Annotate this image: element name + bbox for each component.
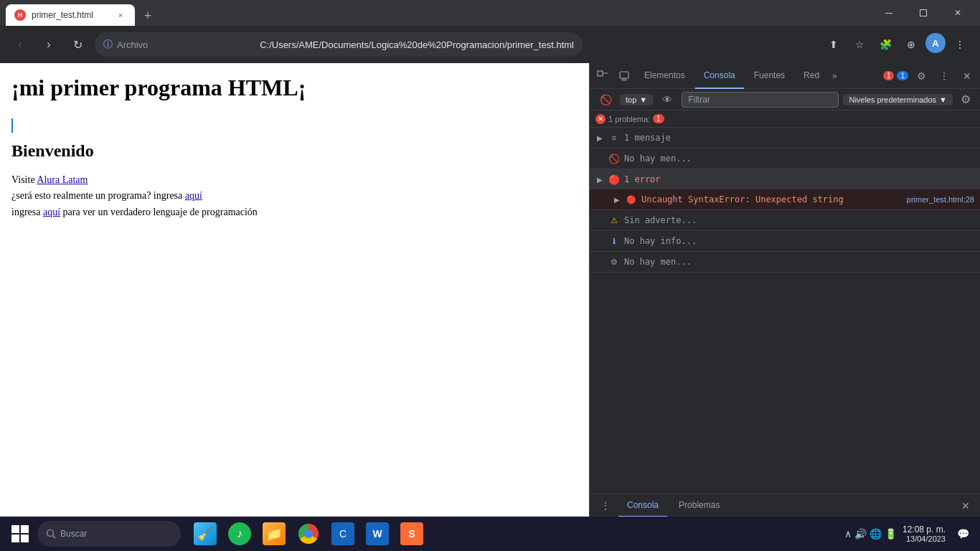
taskbar-apps: 🧹 ♪ 📁 C W S	[189, 518, 428, 550]
toggle-errors-icon: ▶	[595, 175, 604, 184]
tab-fuentes[interactable]: Fuentes	[745, 63, 793, 89]
error-location[interactable]: primer_test.html:28	[907, 195, 974, 204]
title-bar: H primer_test.html × + ✕	[0, 0, 980, 26]
link-aqui-2[interactable]: aquí	[43, 207, 60, 217]
verbose2-section: ⚙ No hay men...	[590, 252, 980, 273]
forward-button[interactable]: ›	[37, 33, 60, 56]
volume-icon[interactable]: 🔊	[854, 528, 867, 540]
console-row-verbose[interactable]: 🚫 No hay men...	[590, 149, 980, 169]
verbose-icon: 🚫	[608, 153, 620, 164]
maximize-button[interactable]	[907, 0, 940, 26]
refresh-button[interactable]: ↻	[66, 33, 89, 56]
console-content: ▶ ≡ 1 mensaje 🚫 No hay men...	[590, 128, 980, 494]
taskbar-app-chrome2[interactable]: C	[327, 518, 359, 550]
bottom-menu-icon[interactable]: ⋮	[595, 496, 616, 516]
spotify-icon: ♪	[228, 522, 251, 545]
close-window-button[interactable]: ✕	[941, 0, 974, 26]
info-text: No hay info...	[624, 236, 974, 246]
battery-icon[interactable]: 🔋	[885, 528, 897, 540]
tab-consola[interactable]: Consola	[695, 63, 744, 89]
eye-button[interactable]: 👁	[657, 90, 677, 110]
notification-button[interactable]: 💬	[951, 522, 974, 545]
top-context-selector[interactable]: top ▼	[620, 94, 653, 105]
extensions-button[interactable]: 🧩	[874, 33, 897, 56]
svg-rect-7	[21, 525, 29, 533]
paragraph3-suffix: para ver un verdadero lenguaje de progra…	[60, 207, 258, 217]
bottom-close-button[interactable]: ✕	[957, 497, 974, 514]
tab-red[interactable]: Red	[795, 63, 828, 89]
inspect-button[interactable]	[593, 66, 613, 86]
message-badge: 1	[897, 71, 908, 80]
paragraph2: ¿será esto realmente un programa? ingres…	[11, 188, 578, 204]
clear-console-button[interactable]: 🚫	[595, 90, 616, 110]
back-button[interactable]: ‹	[9, 33, 32, 56]
console-row-warnings[interactable]: ⚠ Sin adverte...	[590, 210, 980, 230]
url-bar[interactable]: ⓘ Archivo C:/Users/AME/Documents/Logica%…	[95, 32, 583, 57]
taskbar-app-spotify[interactable]: ♪	[224, 518, 255, 550]
start-button[interactable]	[6, 519, 34, 548]
search-input-label: Buscar	[60, 529, 87, 539]
taskbar-app-chrome[interactable]	[293, 518, 324, 550]
problem-count-badge: 1	[653, 114, 664, 123]
paragraph1-prefix: Visite	[11, 174, 37, 185]
error-message-text: Uncaught SyntaxError: Unexpected string	[641, 194, 903, 204]
active-tab[interactable]: H primer_test.html ×	[6, 4, 135, 26]
menu-button[interactable]: ⋮	[948, 33, 971, 56]
link-alura-latam[interactable]: Alura Latam	[37, 174, 88, 185]
error-detail-row[interactable]: ▶ 🔴 Uncaught SyntaxError: Unexpected str…	[590, 189, 980, 209]
taskbar-clock[interactable]: 12:08 p. m. 13/04/2023	[903, 524, 946, 543]
taskbar-app-sublime[interactable]: S	[396, 518, 428, 550]
devtools-close-button[interactable]: ✕	[957, 66, 977, 86]
svg-rect-0	[885, 13, 892, 14]
sublime-icon: S	[400, 522, 423, 545]
paragraph2-prefix: ¿será esto realmente un programa? ingres…	[11, 190, 185, 201]
devtools-panel: Elementos Consola Fuentes Red » 1 1 ⚙ ⋮	[589, 63, 980, 517]
devtools-settings-button[interactable]: ⚙	[911, 66, 931, 86]
main-area: ¡mi primer programa HTML¡ Bienvenido Vis…	[0, 63, 980, 517]
taskbar-app-files[interactable]: 📁	[258, 518, 290, 550]
url-actions: ⬆ ☆ 🧩 ⊕ A ⋮	[822, 33, 971, 56]
tab-title: primer_test.html	[32, 10, 109, 20]
svg-point-10	[47, 530, 54, 537]
svg-line-11	[53, 536, 56, 539]
new-tab-button[interactable]: +	[138, 6, 158, 26]
errors-text: 1 error	[624, 174, 974, 184]
console-row-verbose2[interactable]: ⚙ No hay men...	[590, 252, 980, 272]
tab-bar: H primer_test.html × +	[6, 0, 158, 26]
minimize-button[interactable]	[872, 0, 905, 26]
taskbar-app-word[interactable]: W	[362, 518, 393, 550]
paragraph3-prefix: ingresa	[11, 207, 43, 217]
taskbar-app-broom[interactable]: 🧹	[189, 518, 221, 550]
device-button[interactable]	[614, 66, 634, 86]
devtools-dots-button[interactable]: ⋮	[934, 66, 954, 86]
bottom-tab-problemas[interactable]: Problemas	[670, 494, 728, 517]
paragraph1: Visite Alura Latam	[11, 172, 578, 188]
show-hidden-icons-button[interactable]: ∧	[844, 528, 852, 540]
word-icon: W	[366, 522, 389, 545]
console-settings-button[interactable]: ⚙	[957, 91, 974, 108]
share-button[interactable]: ⬆	[822, 33, 845, 56]
console-row-messages[interactable]: ▶ ≡ 1 mensaje	[590, 128, 980, 148]
link-aqui-1[interactable]: aquí	[185, 190, 202, 201]
tab-close-button[interactable]: ×	[115, 9, 126, 21]
devtools-bottom-tabs: ⋮ Consola Problemas ✕	[590, 494, 980, 517]
bottom-tab-consola[interactable]: Consola	[618, 494, 667, 517]
tab-elementos[interactable]: Elementos	[636, 63, 694, 89]
chrome-window: H primer_test.html × + ✕ ‹ › ↻ ⓘ Archivo	[0, 0, 980, 551]
network-icon[interactable]: 🌐	[870, 528, 882, 540]
levels-dropdown[interactable]: Niveles predeterminados ▼	[843, 94, 953, 105]
page-subheading: Bienvenido	[11, 141, 578, 161]
console-row-info[interactable]: ℹ No hay info...	[590, 231, 980, 251]
paragraph3: ingresa aquí para ver un verdadero lengu…	[11, 204, 578, 220]
search-bar[interactable]: Buscar	[37, 521, 181, 547]
extension1-button[interactable]: ⊕	[900, 33, 923, 56]
console-row-errors[interactable]: ▶ 🔴 1 error	[590, 169, 980, 189]
filter-input[interactable]	[682, 92, 839, 108]
verbose2-icon: ⚙	[608, 256, 620, 268]
bookmark-button[interactable]: ☆	[848, 33, 871, 56]
more-tabs-button[interactable]: »	[829, 71, 840, 81]
problem-label: 1 problema:	[608, 115, 650, 123]
profile-button[interactable]: A	[925, 33, 946, 53]
dropdown-arrow-icon: ▼	[639, 95, 647, 104]
taskbar-right: ∧ 🔊 🌐 🔋 12:08 p. m. 13/04/2023 💬	[844, 522, 974, 545]
